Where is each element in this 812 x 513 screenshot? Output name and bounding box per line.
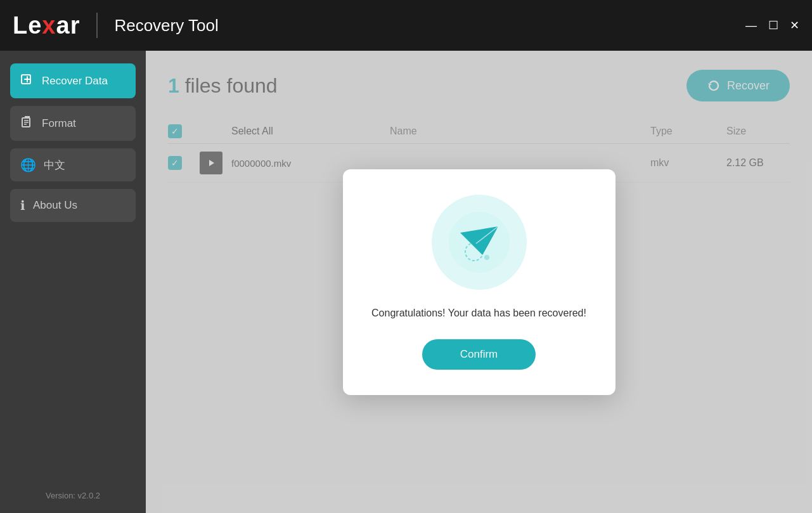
title-bar: Lexar Recovery Tool — ☐ ✕ (0, 0, 812, 51)
modal-icon-area (432, 195, 527, 290)
app-title: Recovery Tool (114, 16, 218, 36)
close-button[interactable]: ✕ (790, 20, 799, 31)
version-label: Version: v2.0.2 (10, 484, 136, 500)
sidebar-item-label-about: About Us (33, 199, 77, 212)
sidebar-item-language[interactable]: 🌐 中文 (10, 148, 136, 181)
language-icon: 🌐 (20, 157, 36, 172)
svg-point-9 (484, 255, 489, 260)
sidebar-item-label-format: Format (42, 117, 76, 130)
sidebar-item-label-language: 中文 (44, 158, 65, 172)
main-area: Recover Data Format 🌐 中文 ℹ About Us Ver (0, 51, 812, 513)
sidebar-item-format[interactable]: Format (10, 106, 136, 141)
window-controls: — ☐ ✕ (745, 20, 799, 31)
modal-overlay: Congratulations! Your data has been reco… (146, 51, 812, 513)
sidebar: Recover Data Format 🌐 中文 ℹ About Us Ver (0, 51, 146, 513)
sidebar-item-recover-data[interactable]: Recover Data (10, 63, 136, 98)
logo-divider (96, 13, 98, 38)
format-icon (20, 115, 34, 132)
recover-data-icon (20, 72, 34, 89)
maximize-button[interactable]: ☐ (768, 20, 778, 31)
logo-dot: x (42, 12, 56, 39)
logo: Lexar (13, 12, 80, 39)
about-icon: ℹ (20, 198, 25, 213)
success-modal: Congratulations! Your data has been reco… (343, 169, 615, 395)
sidebar-item-about[interactable]: ℹ About Us (10, 189, 136, 222)
content-area: 1 files found Recover ✓ Select All Name … (146, 51, 812, 513)
minimize-button[interactable]: — (745, 20, 757, 31)
logo-area: Lexar Recovery Tool (13, 12, 219, 39)
sidebar-item-label-recover: Recover Data (42, 75, 108, 88)
confirm-button[interactable]: Confirm (422, 339, 536, 370)
modal-message: Congratulations! Your data has been reco… (371, 308, 586, 319)
paper-plane-illustration (448, 211, 511, 274)
